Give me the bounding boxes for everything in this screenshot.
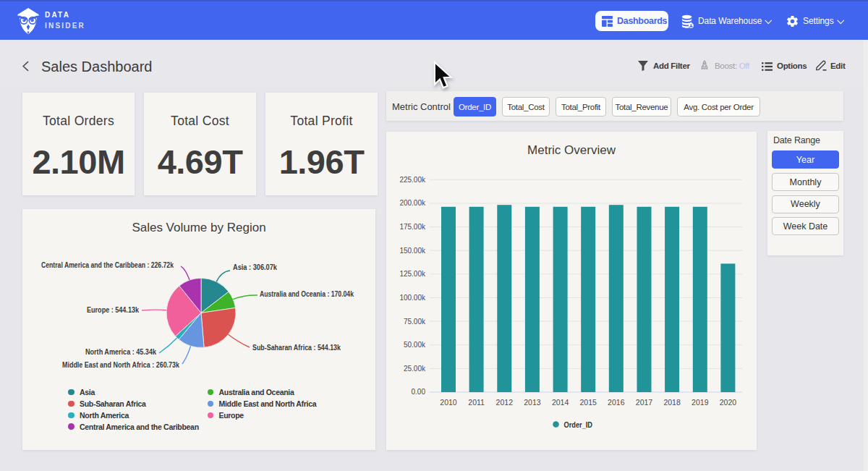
svg-text:200.00k: 200.00k [399, 199, 426, 207]
svg-text:2014: 2014 [552, 398, 569, 407]
svg-text:2013: 2013 [524, 398, 541, 407]
svg-text:2012: 2012 [496, 398, 514, 407]
svg-text:225.00k: 225.00k [399, 176, 426, 184]
svg-text:125.00k: 125.00k [399, 270, 426, 278]
svg-text:Central America and the Caribb: Central America and the Caribbean : 226.… [41, 260, 174, 269]
svg-text:Asia : 306.07k: Asia : 306.07k [233, 263, 277, 271]
svg-text:150.00k: 150.00k [399, 247, 426, 255]
svg-text:2011: 2011 [468, 398, 485, 407]
svg-text:Order_ID: Order_ID [564, 420, 593, 429]
svg-text:25.00k: 25.00k [404, 365, 426, 373]
svg-text:Sub-Saharan Africa : 544.13k: Sub-Saharan Africa : 544.13k [252, 343, 341, 352]
svg-text:Australia and Oceania : 170.04: Australia and Oceania : 170.04k [260, 289, 354, 298]
svg-text:Middle East and North Africa :: Middle East and North Africa : 260.73k [62, 360, 179, 369]
svg-text:2020: 2020 [720, 398, 737, 407]
svg-text:0.00: 0.00 [412, 388, 426, 396]
svg-text:2018: 2018 [663, 398, 681, 407]
svg-text:Europe : 544.13k: Europe : 544.13k [87, 305, 139, 314]
svg-text:2017: 2017 [636, 398, 653, 407]
svg-text:2019: 2019 [692, 398, 709, 407]
svg-text:2016: 2016 [608, 398, 625, 407]
svg-text:100.00k: 100.00k [399, 294, 426, 302]
svg-text:North America : 45.34k: North America : 45.34k [85, 347, 156, 356]
svg-text:75.00k: 75.00k [404, 318, 426, 326]
svg-text:50.00k: 50.00k [404, 341, 426, 349]
svg-text:2010: 2010 [440, 398, 457, 407]
svg-text:2015: 2015 [580, 398, 597, 407]
svg-text:175.00k: 175.00k [399, 223, 426, 231]
